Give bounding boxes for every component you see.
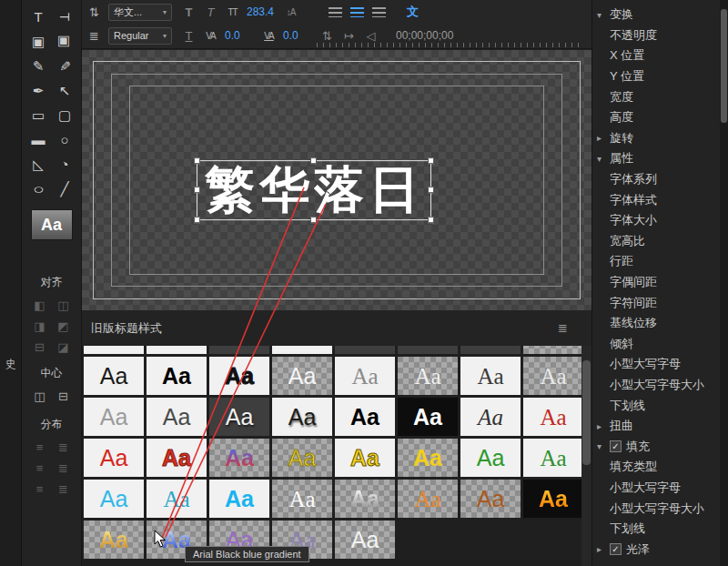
tracking-value[interactable]: 0.0 [283,29,310,42]
style-swatch[interactable]: Aa [272,357,332,395]
selection-handle[interactable] [194,158,200,165]
font-size-value[interactable]: 283.4 [247,5,274,18]
style-swatch[interactable]: Aa [523,346,583,354]
property-row[interactable]: 字偶间距 [592,272,720,293]
vertical-area-type-tool-icon[interactable]: ▣ [53,28,77,55]
property-row[interactable]: 基线位移 [592,313,720,334]
style-swatch[interactable]: Aa [147,357,207,395]
aspect-icon[interactable]: ↕A [283,7,298,17]
style-swatch[interactable]: Aa [335,346,395,354]
fill-checkbox[interactable]: ✓ [610,543,622,555]
selection-handle[interactable] [428,217,434,223]
style-swatch[interactable]: Aa [147,398,207,436]
selection-handle[interactable] [310,158,317,165]
underline-icon[interactable]: T [181,29,197,43]
arc-tool-icon[interactable]: ◔ [52,152,78,177]
style-swatch[interactable]: Aa [335,521,395,559]
style-swatch[interactable]: Aa [398,398,458,436]
selection-handle[interactable] [310,217,317,223]
selection-tool-icon[interactable]: ↖ [52,78,78,103]
rectangle-tool-icon[interactable]: ▭ [25,103,52,127]
style-swatch[interactable]: Aa [147,439,207,477]
style-preview-swatch[interactable]: Aa [31,209,73,240]
style-swatch[interactable]: Aa [209,439,269,477]
property-row[interactable]: ▾✓填充 [592,436,720,457]
align-top-icon[interactable]: ◩ [52,318,76,334]
open-chevron-icon[interactable]: ▾ [597,154,610,164]
align-bottom-icon[interactable]: ◪ [52,339,76,355]
style-swatch[interactable]: Aa [84,398,144,436]
vertical-path-type-tool-icon[interactable]: ✎ [53,53,77,79]
center-horizontal-icon[interactable]: ◫ [28,389,52,404]
area-type-tool-icon[interactable]: ▣ [25,29,52,54]
distribute-v-center-icon[interactable]: ≡ [28,481,52,497]
closed-chevron-icon[interactable]: ▸ [597,544,610,554]
property-row[interactable]: 倾斜 [592,334,720,355]
property-row[interactable]: 字体样式 [592,189,720,210]
style-swatch[interactable]: Aa [272,480,332,518]
roll-crawl-options-icon[interactable]: ≣ [86,29,102,43]
style-swatch[interactable]: Aa [84,521,144,559]
property-row[interactable]: 不透明度 [592,25,720,46]
property-row[interactable]: 小型大写字母大小 [592,498,720,519]
title-canvas[interactable]: 繁华落日 [82,50,592,310]
style-swatch[interactable]: Aa [398,439,458,477]
title-text-selection[interactable]: 繁华落日 [197,161,431,221]
property-row[interactable]: 下划线 [592,519,720,540]
scrollbar-thumb[interactable] [721,9,727,123]
style-swatch[interactable]: Aa [272,439,332,477]
style-swatch[interactable]: Aa [460,357,521,395]
align-v-center-icon[interactable]: ⊟ [28,339,52,355]
property-row[interactable]: 下划线 [592,395,720,416]
property-row[interactable]: ▸扭曲 [592,416,720,437]
closed-chevron-icon[interactable]: ▸ [597,133,610,143]
align-left-icon[interactable] [329,7,342,17]
style-swatch[interactable]: Aa [398,480,458,518]
selection-handle[interactable] [194,217,200,223]
property-row[interactable]: 宽度 [592,86,720,107]
style-swatch[interactable]: Aa [147,480,207,518]
style-swatch[interactable]: Aa [147,346,207,354]
style-swatch[interactable]: Aa [460,480,521,518]
style-swatch[interactable]: Aa [84,357,144,395]
property-row[interactable]: 字体系列 [592,169,720,190]
leading-icon[interactable]: ⇅ [319,29,335,43]
align-right-icon[interactable]: ◨ [28,318,52,334]
distribute-top-icon[interactable]: ≣ [52,460,76,476]
property-row[interactable]: ▸✓光泽 [592,539,720,560]
property-row[interactable]: 高度 [592,107,720,128]
clipped-corner-rectangle-tool-icon[interactable]: ▬ [25,127,52,152]
style-swatch[interactable]: Aa [335,480,395,518]
faux-bold-icon[interactable]: T [181,5,197,19]
style-swatch[interactable]: Aa [335,357,395,395]
style-swatch[interactable]: Aa [523,439,583,477]
fill-checkbox[interactable]: ✓ [610,440,622,452]
property-row[interactable]: 字体大小 [592,210,720,231]
property-row[interactable]: 填充类型 [592,457,720,478]
style-swatch[interactable]: Aa [523,357,583,395]
align-left-icon[interactable]: ◧ [28,298,52,313]
property-row[interactable]: ▾变换 [592,5,720,25]
type-orientation-icon[interactable]: ⇅ [86,5,102,19]
open-chevron-icon[interactable]: ▾ [597,441,610,451]
property-row[interactable]: X 位置 [592,45,720,66]
style-swatch[interactable]: Aa [209,357,269,395]
type-tool-icon[interactable]: T [25,5,52,29]
style-swatch[interactable]: Aa [84,480,144,518]
font-family-select[interactable]: 华文... ▾ [108,4,172,21]
style-swatch[interactable]: Aa [460,398,521,436]
ellipse-tool-icon[interactable]: ○ [19,177,57,201]
align-h-center-icon[interactable]: ◫ [52,298,76,313]
window-scrollbar[interactable] [720,0,728,566]
title-text[interactable]: 繁华落日 [205,162,423,218]
wedge-tool-icon[interactable]: ◺ [25,152,52,177]
glyph-palette-icon[interactable]: 文 [405,4,420,20]
selection-handle[interactable] [194,187,200,193]
property-row[interactable]: 字符间距 [592,292,720,313]
kerning-value[interactable]: 0.0 [225,29,252,42]
style-swatch[interactable]: Aa [335,439,395,477]
distribute-h-center-icon[interactable]: ≣ [52,440,76,455]
style-swatch[interactable]: Aa [398,346,458,354]
align-center-icon[interactable] [350,7,364,17]
circle-tool-icon[interactable]: ○ [52,127,78,152]
